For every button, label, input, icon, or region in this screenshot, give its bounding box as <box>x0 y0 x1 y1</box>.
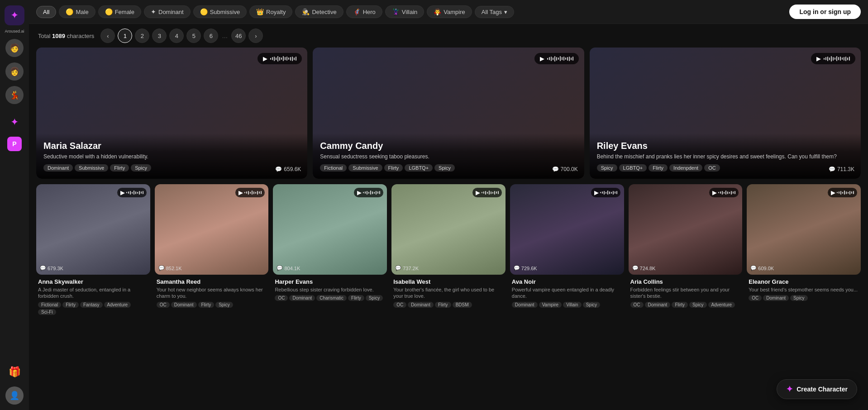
dominant-icon: ✦ <box>151 8 156 15</box>
pagination-page-1[interactable]: 1 <box>118 29 132 43</box>
featured-card-riley[interactable]: ▶Riley EvansBehind the mischief and pran… <box>590 48 861 179</box>
small-card-isabella[interactable]: ▶💬 737.2K <box>391 184 506 275</box>
card-tag[interactable]: Submissive <box>348 164 382 172</box>
tag-label-hero: Hero <box>363 9 376 15</box>
small-card-tag[interactable]: Adventure <box>104 302 131 308</box>
tag-btn-female[interactable]: 🟡Female <box>98 5 141 18</box>
audio-badge[interactable]: ▶ <box>258 53 302 64</box>
small-card-tag[interactable]: OC <box>630 302 644 308</box>
tag-btn-alltags[interactable]: All Tags ▾ <box>475 6 514 18</box>
pagination-prev[interactable]: ‹ <box>100 29 115 43</box>
small-card-ava[interactable]: ▶💬 729.6K <box>510 184 624 275</box>
small-card-tag[interactable]: Charismatic <box>316 295 347 301</box>
female-icon: 🟡 <box>105 8 113 15</box>
small-card-tag[interactable]: Vampire <box>539 302 562 308</box>
small-card-tag[interactable]: Adventure <box>708 302 735 308</box>
card-tag[interactable]: Flirty <box>649 164 668 172</box>
card-tag[interactable]: Indenpdent <box>669 164 702 172</box>
card-tag[interactable]: OC <box>704 164 720 172</box>
card-tag[interactable]: Spicy <box>131 164 151 172</box>
tag-btn-submissive[interactable]: 🟡Submissive <box>193 5 247 18</box>
small-card-tag[interactable]: Flirty <box>348 295 364 301</box>
audio-badge[interactable]: ▶ <box>472 188 502 197</box>
create-character-button[interactable]: ✦ Create Character <box>777 379 857 399</box>
small-card-anna[interactable]: ▶💬 679.3K <box>36 184 150 275</box>
premium-badge[interactable]: P <box>7 137 22 151</box>
pagination-page-2[interactable]: 2 <box>135 29 149 43</box>
card-tag[interactable]: LGBTQ+ <box>405 164 433 172</box>
featured-card-maria[interactable]: ▶Maria SalazarSeductive model with a hid… <box>36 48 307 179</box>
small-card-tag[interactable]: OC <box>157 302 170 308</box>
small-card-aria[interactable]: ▶💬 724.8K <box>629 184 743 275</box>
small-card-tag[interactable]: Flirty <box>62 302 79 308</box>
featured-card-cammy[interactable]: ▶Cammy CandySensual seductress seeking t… <box>313 48 584 179</box>
audio-badge[interactable]: ▶ <box>811 53 855 64</box>
audio-badge[interactable]: ▶ <box>709 188 739 197</box>
tag-btn-male[interactable]: 🟡Male <box>59 5 95 18</box>
small-card-tag[interactable]: Spicy <box>366 295 383 301</box>
pagination-next[interactable]: › <box>248 29 263 43</box>
card-tag[interactable]: Dominant <box>43 164 73 172</box>
small-card-tag[interactable]: Dominant <box>289 295 315 301</box>
card-tag[interactable]: Spicy <box>434 164 455 172</box>
pagination-page-6[interactable]: 6 <box>204 29 218 43</box>
tag-btn-all[interactable]: All <box>36 6 56 18</box>
small-card-tag[interactable]: Spicy <box>689 302 706 308</box>
avatar-2[interactable]: 👩 <box>5 62 24 81</box>
audio-badge[interactable]: ▶ <box>828 188 857 197</box>
audio-badge[interactable]: ▶ <box>534 53 579 64</box>
card-tag[interactable]: Flirty <box>110 164 129 172</box>
small-card-tag[interactable]: OC <box>749 295 762 301</box>
small-card-eleanor[interactable]: ▶💬 609.0K <box>747 184 861 275</box>
cards-area: ▶Maria SalazarSeductive model with a hid… <box>29 48 868 410</box>
user-avatar[interactable]: 👤 <box>5 386 24 405</box>
small-card-tag[interactable]: OC <box>393 302 406 308</box>
small-card-tag[interactable]: Flirty <box>672 302 688 308</box>
audio-badge[interactable]: ▶ <box>117 188 147 197</box>
small-card-tag[interactable]: Spicy <box>215 302 233 308</box>
tag-btn-villain[interactable]: 🦹Villain <box>385 5 424 18</box>
small-card-tag[interactable]: Spicy <box>583 302 600 308</box>
pagination-page-46[interactable]: 46 <box>231 29 246 43</box>
login-button[interactable]: Log in or sign up <box>789 5 861 19</box>
card-tag[interactable]: Fictional <box>320 164 347 172</box>
small-card-tag[interactable]: Dominant <box>171 302 197 308</box>
small-card-tag[interactable]: Fantasy <box>80 302 103 308</box>
tag-btn-vampire[interactable]: 🧛Vampire <box>427 5 472 18</box>
audio-badge[interactable]: ▶ <box>235 188 265 197</box>
pagination-page-3[interactable]: 3 <box>152 29 167 43</box>
tag-btn-royalty[interactable]: 👑Royalty <box>249 5 292 18</box>
small-card-tag[interactable]: Fictional <box>38 302 61 308</box>
sparkle-icon[interactable]: ✦ <box>5 113 24 131</box>
pagination-page-4[interactable]: 4 <box>169 29 184 43</box>
small-card-tag[interactable]: BDSM <box>453 302 472 308</box>
small-card-tag[interactable]: Dominant <box>763 295 789 301</box>
pagination-page-5[interactable]: 5 <box>186 29 201 43</box>
small-card-tag[interactable]: Spicy <box>790 295 807 301</box>
sidebar: ✦ Aroused.ai 🧑 👩 💃 ✦ P 🎁 👤 <box>0 0 29 410</box>
card-tag[interactable]: Flirty <box>384 164 403 172</box>
small-card-harper[interactable]: ▶💬 804.1K <box>273 184 387 275</box>
small-card-tag[interactable]: OC <box>275 295 288 301</box>
avatar-1[interactable]: 🧑 <box>5 39 24 57</box>
card-tag[interactable]: Submissive <box>75 164 108 172</box>
gift-icon[interactable]: 🎁 <box>5 363 24 381</box>
small-card-tag[interactable]: Villain <box>563 302 582 308</box>
small-card-tag[interactable]: Dominant <box>645 302 671 308</box>
small-card-tag[interactable]: Dominant <box>512 302 538 308</box>
avatar-3[interactable]: 💃 <box>5 86 24 104</box>
audio-waves <box>837 191 854 195</box>
tag-btn-hero[interactable]: 🦸Hero <box>346 5 382 18</box>
audio-badge[interactable]: ▶ <box>591 188 620 197</box>
card-tag[interactable]: LGBTQ+ <box>619 164 647 172</box>
small-card-samantha[interactable]: ▶💬 852.1K <box>155 184 269 275</box>
audio-badge[interactable]: ▶ <box>354 188 383 197</box>
app-logo[interactable]: ✦ <box>5 5 24 25</box>
small-card-tag[interactable]: Flirty <box>198 302 215 308</box>
tag-btn-dominant[interactable]: ✦Dominant <box>144 5 191 18</box>
card-tag[interactable]: Spicy <box>597 164 617 172</box>
tag-btn-detective[interactable]: 🕵Detective <box>295 5 343 18</box>
small-card-tag[interactable]: Sci-Fi <box>38 309 56 315</box>
small-card-tag[interactable]: Dominant <box>408 302 434 308</box>
small-card-tag[interactable]: Flirty <box>435 302 451 308</box>
